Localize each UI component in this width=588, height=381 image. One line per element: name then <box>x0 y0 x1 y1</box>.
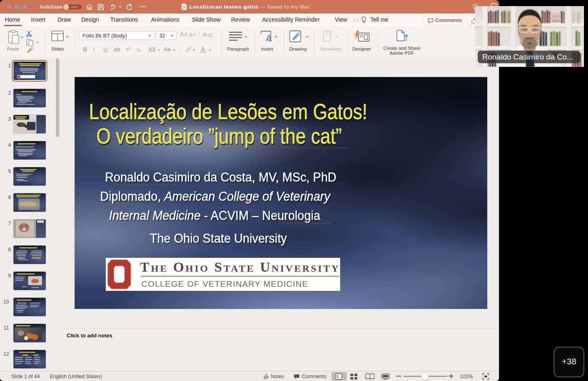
svg-text:A: A <box>266 33 272 42</box>
